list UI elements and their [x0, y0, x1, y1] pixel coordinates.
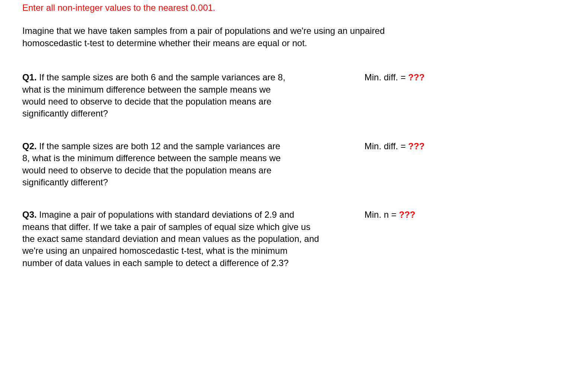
- question-1-text: Q1. If the sample sizes are both 6 and t…: [22, 71, 290, 120]
- question-3-row: Q3. Imagine a pair of populations with s…: [22, 209, 566, 269]
- question-3-answer: Min. n = ???: [364, 209, 415, 221]
- question-3-answer-value[interactable]: ???: [399, 210, 415, 220]
- question-3-label: Q3.: [22, 210, 37, 220]
- question-3-body: Imagine a pair of populations with stand…: [22, 210, 319, 268]
- question-1-answer-value[interactable]: ???: [408, 72, 425, 82]
- question-2-answer: Min. diff. = ???: [364, 140, 425, 152]
- question-3-text: Q3. Imagine a pair of populations with s…: [22, 209, 320, 269]
- question-2-row: Q2. If the sample sizes are both 12 and …: [22, 140, 566, 189]
- question-2-body: If the sample sizes are both 12 and the …: [22, 141, 281, 187]
- question-3-answer-label: Min. n =: [364, 210, 399, 220]
- question-1-label: Q1.: [22, 72, 37, 82]
- question-1-body: If the sample sizes are both 6 and the s…: [22, 72, 285, 118]
- question-1-row: Q1. If the sample sizes are both 6 and t…: [22, 71, 566, 120]
- question-2-text: Q2. If the sample sizes are both 12 and …: [22, 140, 290, 189]
- question-1-answer-label: Min. diff. =: [364, 72, 408, 82]
- question-2-answer-value[interactable]: ???: [408, 141, 425, 151]
- intro-text: Imagine that we have taken samples from …: [22, 25, 431, 49]
- question-1-answer: Min. diff. = ???: [364, 71, 425, 83]
- question-2-label: Q2.: [22, 141, 37, 151]
- question-2-answer-label: Min. diff. =: [364, 141, 408, 151]
- instruction-text: Enter all non-integer values to the near…: [22, 2, 566, 14]
